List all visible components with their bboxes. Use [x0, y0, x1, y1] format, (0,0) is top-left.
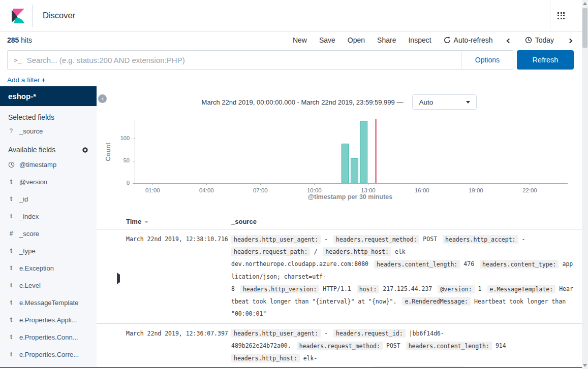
selected-fields-label: Selected fields: [8, 113, 54, 121]
caret-right-icon: [117, 273, 120, 284]
nav-open-button[interactable]: Open: [348, 36, 365, 44]
x-tick-label: 10:00: [299, 187, 329, 193]
index-pattern-selector[interactable]: eshop-*: [0, 86, 97, 106]
field-value: /: [314, 248, 317, 255]
refresh-button[interactable]: Refresh: [517, 50, 574, 70]
histogram-bar[interactable]: [360, 121, 367, 183]
current-time-marker: [375, 119, 377, 183]
field-settings-button[interactable]: [82, 147, 88, 153]
histogram-bar[interactable]: [342, 144, 349, 183]
search-input[interactable]: [27, 51, 461, 69]
field-item-_type[interactable]: t_type: [0, 242, 97, 259]
field-item-e.Properties.Corre...[interactable]: te.Properties.Corre...: [0, 346, 97, 363]
field-item-e.Properties.Appli...[interactable]: te.Properties.Appli...: [0, 311, 97, 328]
field-item-_source[interactable]: ?_source: [0, 123, 97, 139]
hits-counter: 285 hits: [7, 36, 32, 44]
chevron-down-icon: [466, 101, 470, 104]
field-name: _source: [19, 127, 43, 135]
today-button[interactable]: Today: [525, 36, 554, 44]
field-value: 914: [496, 342, 506, 349]
field-value: -: [324, 330, 328, 337]
field-type-icon: ?: [8, 127, 14, 135]
field-item-_index[interactable]: t_index: [0, 208, 97, 225]
available-fields-label: Available fields: [8, 146, 55, 154]
add-filter-link[interactable]: Add a filter+: [7, 76, 45, 84]
apps-menu-button[interactable]: [550, 0, 572, 31]
top-nav: NewSaveOpenShareInspect Auto-refresh Tod…: [293, 36, 574, 45]
y-tick-mark: [133, 139, 135, 139]
x-tick-mark: [206, 183, 207, 185]
console-prompt-icon: >_: [8, 56, 27, 64]
kibana-logo[interactable]: [11, 8, 26, 23]
field-name: e.Exception: [19, 264, 54, 272]
field-item-@timestamp[interactable]: @timestamp: [0, 156, 97, 173]
expand-row-button[interactable]: [111, 233, 126, 320]
auto-refresh-button[interactable]: Auto-refresh: [444, 36, 493, 44]
field-key: headers.request_path:: [231, 247, 310, 256]
x-axis-title: @timestamp per 30 minutes: [135, 193, 566, 200]
field-value: 1: [478, 285, 482, 292]
field-name: _type: [19, 247, 36, 255]
row-source: headers.http_user_agent:-headers.request…: [231, 327, 576, 367]
scroll-down-arrow[interactable]: [583, 364, 587, 367]
field-key: headers.request_method:: [333, 235, 419, 244]
field-key: headers.http_version:: [240, 285, 319, 293]
histogram-bar[interactable]: [351, 158, 358, 183]
interval-select[interactable]: Auto: [412, 94, 477, 110]
field-key: headers.http_host:: [323, 247, 391, 256]
field-name: e.MessageTemplate: [19, 299, 78, 307]
field-item-e.Level[interactable]: te.Level: [0, 277, 97, 294]
field-key: headers.content_length:: [406, 342, 492, 350]
selected-fields-heading: Selected fields: [0, 106, 97, 123]
vertical-scrollbar[interactable]: [582, 0, 588, 369]
x-tick-label: 19:00: [460, 187, 491, 193]
nav-save-button[interactable]: Save: [319, 36, 335, 44]
nav-inspect-button[interactable]: Inspect: [408, 36, 431, 44]
scrollbar-thumb[interactable]: [582, 8, 587, 48]
x-tick-mark: [530, 183, 530, 185]
field-key: headers.http_host:: [231, 354, 300, 362]
y-tick-label: 100: [99, 135, 130, 141]
hits-count: 285: [7, 36, 19, 44]
x-tick-label: 13:00: [353, 187, 383, 193]
field-item-e.MessageTemplate[interactable]: te.MessageTemplate: [0, 294, 97, 311]
page-title: Discover: [43, 11, 75, 20]
nav-share-button[interactable]: Share: [377, 36, 396, 44]
field-key: @version:: [438, 285, 474, 293]
time-range-label: March 22nd 2019, 00:00:00.000 - March 22…: [202, 98, 404, 106]
time-back-button[interactable]: [505, 36, 513, 45]
field-item-@version[interactable]: t@version: [0, 173, 97, 190]
x-tick-mark: [422, 183, 422, 185]
field-type-icon: t: [8, 247, 14, 254]
search-bar: >_ Options: [7, 50, 513, 70]
field-value: POST: [423, 236, 437, 243]
field-name: @timestamp: [19, 161, 56, 169]
field-name: _index: [19, 213, 39, 220]
x-tick-label: 04:00: [191, 187, 222, 193]
row-timestamp: March 22nd 2019, 12:36:07.397: [126, 327, 231, 367]
field-type-icon: t: [8, 316, 14, 323]
options-link[interactable]: Options: [475, 56, 500, 64]
clock-icon: [8, 161, 14, 168]
y-tick-mark: [133, 183, 135, 184]
collapse-sidebar-button[interactable]: [98, 94, 107, 103]
scroll-up-arrow[interactable]: [583, 2, 587, 5]
field-value: -: [522, 236, 525, 243]
discover-main: March 22nd 2019, 00:00:00.000 - March 22…: [97, 86, 582, 367]
nav-new-button[interactable]: New: [293, 36, 307, 44]
chart-header: March 22nd 2019, 00:00:00.000 - March 22…: [97, 94, 582, 110]
field-key: headers.request_method:: [297, 342, 383, 350]
auto-refresh-label: Auto-refresh: [454, 36, 493, 44]
field-item-e.Properties.Conn...[interactable]: te.Properties.Conn...: [0, 328, 97, 346]
field-item-_id[interactable]: t_id: [0, 190, 97, 208]
available-fields-heading: Available fields: [0, 139, 97, 156]
time-forward-button[interactable]: [566, 36, 574, 45]
field-item-e.Exception[interactable]: te.Exception: [0, 259, 97, 277]
field-item-_score[interactable]: #_score: [0, 225, 97, 242]
expand-row-button[interactable]: [111, 327, 126, 367]
chevron-right-icon: [568, 38, 573, 43]
row-source: headers.http_user_agent:-headers.request…: [231, 233, 576, 320]
field-value: -: [324, 236, 328, 243]
column-header-time[interactable]: Time: [111, 218, 231, 225]
x-tick-mark: [260, 183, 261, 185]
